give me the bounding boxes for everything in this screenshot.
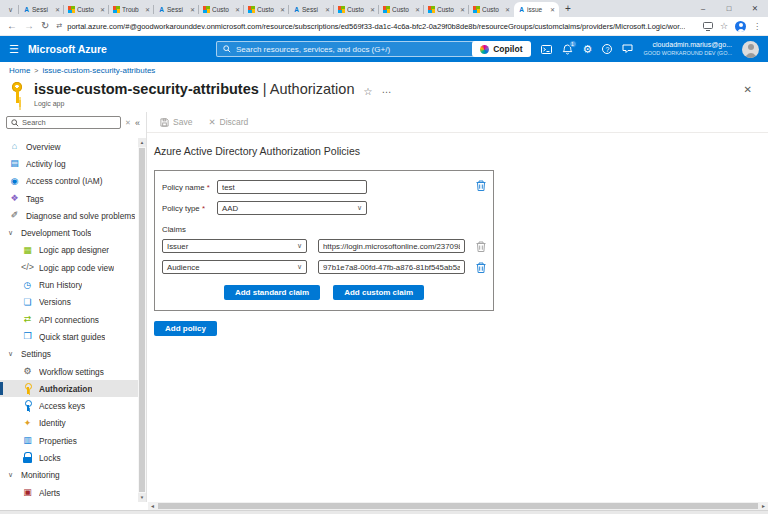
delete-policy-icon[interactable]: [476, 180, 486, 191]
add-custom-claim-button[interactable]: Add custom claim: [333, 285, 424, 300]
sidebar-item-versions[interactable]: ❏ Versions: [0, 294, 138, 311]
scroll-up-icon[interactable]: ▲: [138, 138, 146, 147]
tab-close-icon[interactable]: ✕: [190, 6, 195, 13]
address-bar[interactable]: ⇄ portal.azure.com/#@goodworkarounddev.o…: [56, 22, 696, 31]
tab-custom-3[interactable]: Custo ✕: [244, 2, 289, 17]
tab-custom-7[interactable]: Custo ✕: [469, 2, 514, 17]
hamburger-menu-icon[interactable]: ☰: [9, 43, 19, 56]
window-close-button[interactable]: ✕: [742, 4, 768, 13]
add-policy-button[interactable]: Add policy: [154, 321, 217, 336]
browser-menu-icon[interactable]: ⋮: [753, 22, 761, 31]
tab-custom-6[interactable]: Custo ✕: [424, 2, 469, 17]
browser-profile-avatar[interactable]: [735, 21, 746, 32]
blade-close-icon[interactable]: ✕: [744, 84, 752, 95]
sidebar-scrollbar[interactable]: ▲ ▼: [138, 138, 146, 502]
scroll-left-icon[interactable]: ◄: [148, 503, 157, 509]
sidebar-group-development-tools[interactable]: ∨ Development Tools: [0, 224, 138, 241]
tab-custom-2[interactable]: Custo ✕: [199, 2, 244, 17]
tab-close-icon[interactable]: ✕: [55, 6, 60, 13]
tab-close-icon[interactable]: ✕: [505, 6, 510, 13]
tab-session-3[interactable]: A Sessi ✕: [289, 2, 334, 17]
window-maximize-button[interactable]: □: [716, 4, 742, 13]
sidebar-item-diagnose[interactable]: ✐ Diagnose and solve problems: [0, 207, 138, 224]
tab-custom-5[interactable]: Custo ✕: [379, 2, 424, 17]
horizontal-scrollbar-thumb[interactable]: [158, 503, 758, 509]
tab-search-icon[interactable]: ∨: [4, 3, 17, 16]
sidebar-group-settings[interactable]: ∨ Settings: [0, 346, 138, 363]
save-button[interactable]: Save: [160, 117, 192, 127]
tab-close-icon[interactable]: ✕: [280, 6, 285, 13]
sidebar-group-monitoring[interactable]: ∨ Monitoring: [0, 467, 138, 484]
help-icon[interactable]: ?: [602, 44, 612, 54]
cloud-shell-icon[interactable]: [541, 44, 552, 55]
settings-gear-icon[interactable]: ⚙: [583, 44, 593, 55]
sidebar-item-workflow-settings[interactable]: ⚙ Workflow settings: [0, 363, 138, 380]
favorite-star-icon[interactable]: ☆: [363, 86, 372, 97]
sidebar-item-access-keys[interactable]: Access keys: [0, 397, 138, 414]
add-standard-claim-button[interactable]: Add standard claim: [224, 285, 320, 300]
window-minimize-button[interactable]: –: [690, 4, 716, 13]
bookmark-star-icon[interactable]: ☆: [720, 21, 728, 31]
tab-close-icon[interactable]: ✕: [145, 6, 150, 13]
sidebar-collapse-icon[interactable]: «: [135, 118, 140, 128]
sidebar-item-locks[interactable]: Locks: [0, 449, 138, 466]
feedback-icon[interactable]: [622, 44, 633, 54]
sidebar-item-logic-app-designer[interactable]: ▦ Logic app designer: [0, 242, 138, 259]
scroll-down-icon[interactable]: ▼: [138, 493, 146, 502]
sidebar-item-access-control[interactable]: ◉ Access control (IAM): [0, 173, 138, 190]
delete-claim-icon[interactable]: [476, 262, 486, 273]
sidebar-item-alerts[interactable]: ▣ Alerts: [0, 484, 138, 501]
account-avatar[interactable]: [742, 41, 759, 58]
tab-troubleshoot[interactable]: Troub ✕: [109, 2, 154, 17]
breadcrumb-home-link[interactable]: Home: [9, 66, 30, 75]
sidebar-item-identity[interactable]: ✦ Identity: [0, 415, 138, 432]
claim-value-input[interactable]: [318, 260, 465, 274]
scroll-right-icon[interactable]: ►: [759, 503, 768, 509]
forward-button[interactable]: →: [24, 21, 34, 31]
tab-issue-active[interactable]: A issue ✕: [514, 2, 559, 17]
sidebar-item-tags[interactable]: ❖ Tags: [0, 190, 138, 207]
global-search-input[interactable]: Search resources, services, and docs (G+…: [216, 41, 480, 57]
tab-close-icon[interactable]: ✕: [550, 6, 555, 13]
claim-type-dropdown[interactable]: Audience ∨: [162, 260, 307, 274]
breadcrumb-current-link[interactable]: issue-custom-security-attributes: [42, 66, 155, 75]
azure-brand[interactable]: Microsoft Azure: [28, 43, 107, 55]
back-button[interactable]: ←: [7, 21, 17, 31]
discard-button[interactable]: ✕ Discard: [208, 117, 248, 127]
claim-value-input[interactable]: [318, 239, 465, 253]
tab-close-icon[interactable]: ✕: [100, 6, 105, 13]
tab-close-icon[interactable]: ✕: [415, 6, 420, 13]
sidebar-item-metrics[interactable]: ▂▅█ Metrics: [0, 501, 138, 502]
claim-type-dropdown[interactable]: Issuer ∨: [162, 239, 307, 253]
share-icon[interactable]: [703, 17, 713, 35]
sidebar-search-input[interactable]: Search: [6, 116, 121, 129]
tab-close-icon[interactable]: ✕: [325, 6, 330, 13]
copilot-button[interactable]: Copilot: [472, 41, 530, 57]
tab-session-2[interactable]: A Sessi ✕: [154, 2, 199, 17]
sidebar-item-activity-log[interactable]: ▤ Activity log: [0, 155, 138, 172]
tab-close-icon[interactable]: ✕: [460, 6, 465, 13]
sidebar-item-properties[interactable]: ▥ Properties: [0, 432, 138, 449]
notifications-bell-icon[interactable]: 1: [562, 44, 573, 55]
sidebar-item-run-history[interactable]: ◷ Run History: [0, 276, 138, 293]
reload-button[interactable]: ↻: [41, 21, 49, 31]
account-info[interactable]: cloudadmin.marius@go... GOOD WORKAROUND …: [643, 41, 732, 57]
site-info-icon[interactable]: ⇄: [56, 22, 62, 30]
sidebar-item-quick-start-guides[interactable]: ❒ Quick start guides: [0, 328, 138, 345]
url-text[interactable]: portal.azure.com/#@goodworkarounddev.onm…: [67, 22, 685, 31]
sidebar-scrollbar-thumb[interactable]: [139, 148, 145, 492]
policy-name-input[interactable]: [217, 180, 367, 194]
tab-close-icon[interactable]: ✕: [235, 6, 240, 13]
tab-custom-4[interactable]: Custo ✕: [334, 2, 379, 17]
tab-close-icon[interactable]: ✕: [370, 6, 375, 13]
new-tab-button[interactable]: +: [565, 4, 571, 14]
tab-session-1[interactable]: A Sessi ✕: [19, 2, 64, 17]
delete-claim-icon[interactable]: [476, 241, 486, 252]
more-actions-icon[interactable]: …: [381, 84, 392, 95]
sidebar-item-overview[interactable]: ⌂ Overview: [0, 138, 138, 155]
sidebar-item-logic-app-code-view[interactable]: </> Logic app code view: [0, 259, 138, 276]
sidebar-item-api-connections[interactable]: ⇄ API connections: [0, 311, 138, 328]
policy-type-dropdown[interactable]: AAD ∨: [217, 201, 367, 215]
tab-custom-1[interactable]: Custo ✕: [64, 2, 109, 17]
sidebar-item-authorization[interactable]: Authorization: [0, 380, 138, 397]
